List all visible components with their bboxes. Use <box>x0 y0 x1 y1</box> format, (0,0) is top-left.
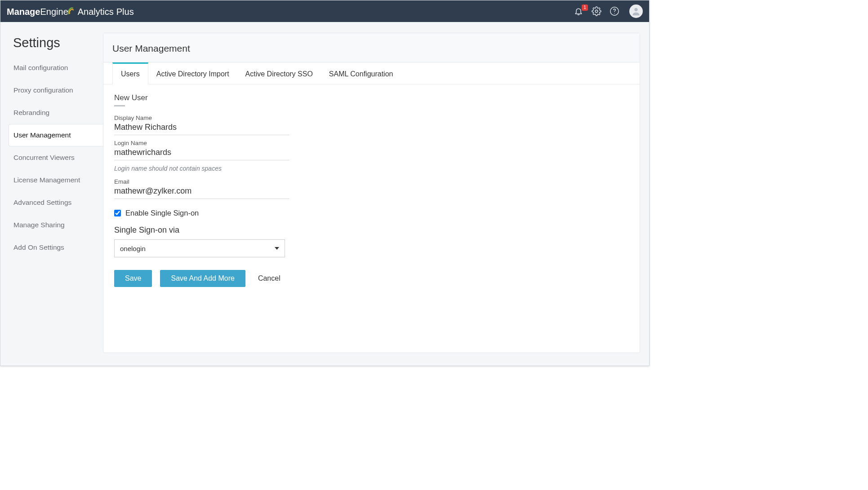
gear-icon <box>592 6 601 16</box>
hint-login-name: Login name should not contain spaces <box>114 165 629 172</box>
label-sso-via: Single Sign-on via <box>114 225 629 235</box>
page-title: User Management <box>112 43 631 54</box>
chevron-down-icon <box>275 247 279 250</box>
notifications-badge: 1 <box>582 4 588 11</box>
sidebar-item-rebranding[interactable]: Rebranding <box>0 102 103 124</box>
save-button[interactable]: Save <box>114 270 152 287</box>
cancel-link[interactable]: Cancel <box>258 274 280 283</box>
label-display-name: Display Name <box>114 115 289 121</box>
checkbox-enable-sso[interactable] <box>114 210 121 216</box>
section-title: New User <box>114 93 148 105</box>
label-email: Email <box>114 178 289 185</box>
brand-logo: ManageEngine Analytics Plus <box>7 6 134 17</box>
tab-ad-sso[interactable]: Active Directory SSO <box>237 62 321 84</box>
topbar: ManageEngine Analytics Plus 1 <box>0 0 649 22</box>
label-login-name: Login Name <box>114 140 289 146</box>
topbar-actions: 1 <box>573 4 643 18</box>
tab-saml-config[interactable]: SAML Configuration <box>321 62 401 84</box>
svg-point-0 <box>595 10 598 13</box>
sidebar-item-license-management[interactable]: License Management <box>0 169 103 191</box>
settings-button[interactable] <box>591 5 602 17</box>
avatar-icon <box>631 6 641 16</box>
tab-ad-import[interactable]: Active Directory Import <box>148 62 237 84</box>
input-login-name[interactable] <box>114 146 289 160</box>
tab-users[interactable]: Users <box>112 62 148 84</box>
field-display-name: Display Name <box>114 115 289 135</box>
field-email: Email <box>114 178 289 199</box>
select-sso-via-value: onelogin <box>120 245 146 252</box>
svg-point-2 <box>614 13 614 13</box>
sidebar-item-manage-sharing[interactable]: Manage Sharing <box>0 214 103 236</box>
brand-text-plus: Plus <box>116 7 134 17</box>
user-avatar[interactable] <box>629 4 643 18</box>
brand-text-analytics: Analytics <box>78 7 114 17</box>
help-icon <box>610 6 619 16</box>
svg-point-3 <box>634 8 637 11</box>
select-sso-via[interactable]: onelogin <box>114 239 285 257</box>
brand-swirl-icon <box>68 6 74 15</box>
input-email[interactable] <box>114 185 289 199</box>
help-button[interactable] <box>609 5 620 17</box>
sidebar-item-add-on-settings[interactable]: Add On Settings <box>0 236 103 259</box>
sidebar-item-advanced-settings[interactable]: Advanced Settings <box>0 191 103 214</box>
sidebar-item-concurrent-viewers[interactable]: Concurrent Viewers <box>0 146 103 169</box>
section-title-underline <box>114 105 125 106</box>
main-panel: User Management Users Active Directory I… <box>103 33 640 353</box>
label-enable-sso[interactable]: Enable Single Sign-on <box>125 209 199 217</box>
sidebar-item-proxy-configuration[interactable]: Proxy configuration <box>0 79 103 102</box>
sidebar-item-user-management[interactable]: User Management <box>9 124 103 146</box>
main-header: User Management <box>103 33 640 62</box>
form-content: New User Display Name Login Name Login n… <box>103 84 640 296</box>
save-add-more-button[interactable]: Save And Add More <box>160 270 245 287</box>
input-display-name[interactable] <box>114 121 289 135</box>
sidebar-item-mail-configuration[interactable]: Mail configuration <box>0 57 103 79</box>
tabs: Users Active Directory Import Active Dir… <box>103 62 640 84</box>
field-login-name: Login Name <box>114 140 289 160</box>
sidebar: Settings Mail configuration Proxy config… <box>0 22 103 366</box>
notifications-button[interactable]: 1 <box>573 5 584 17</box>
sidebar-title: Settings <box>0 35 103 57</box>
